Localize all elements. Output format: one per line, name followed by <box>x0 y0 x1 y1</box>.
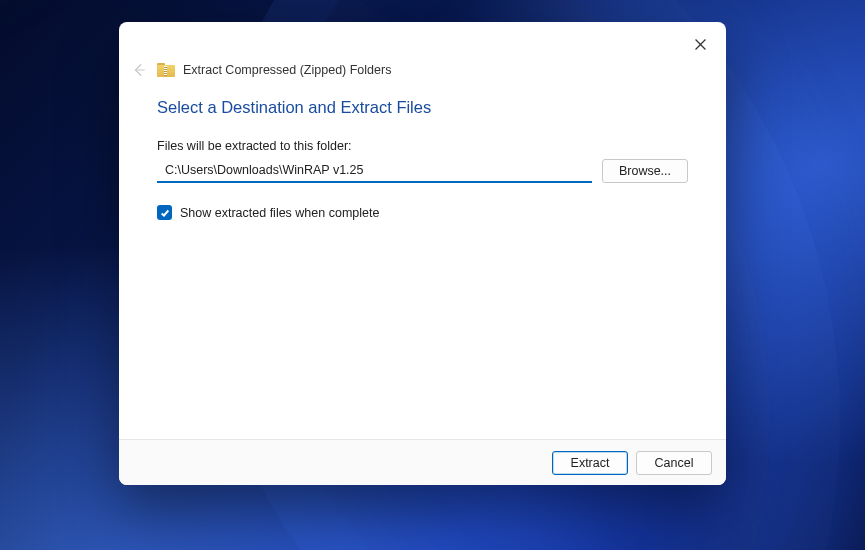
dialog-footer: Extract Cancel <box>119 439 726 485</box>
show-extracted-label: Show extracted files when complete <box>180 206 379 220</box>
extract-button[interactable]: Extract <box>552 451 628 475</box>
destination-row: Browse... <box>157 159 688 183</box>
checkmark-icon <box>160 208 170 218</box>
destination-path-input[interactable] <box>157 159 592 183</box>
show-extracted-checkbox[interactable] <box>157 205 172 220</box>
dialog-content: Select a Destination and Extract Files F… <box>119 92 726 439</box>
dialog-titlebar <box>119 22 726 60</box>
destination-label: Files will be extracted to this folder: <box>157 139 688 153</box>
back-button[interactable] <box>129 60 149 80</box>
wizard-title: Extract Compressed (Zipped) Folders <box>183 63 391 77</box>
browse-button[interactable]: Browse... <box>602 159 688 183</box>
show-extracted-row: Show extracted files when complete <box>157 205 688 220</box>
close-icon <box>695 39 706 50</box>
close-button[interactable] <box>686 32 714 56</box>
zipped-folder-icon <box>157 63 175 77</box>
cancel-button[interactable]: Cancel <box>636 451 712 475</box>
arrow-left-icon <box>132 63 146 77</box>
page-heading: Select a Destination and Extract Files <box>157 98 688 117</box>
dialog-header: Extract Compressed (Zipped) Folders <box>119 60 726 92</box>
extract-dialog: Extract Compressed (Zipped) Folders Sele… <box>119 22 726 485</box>
